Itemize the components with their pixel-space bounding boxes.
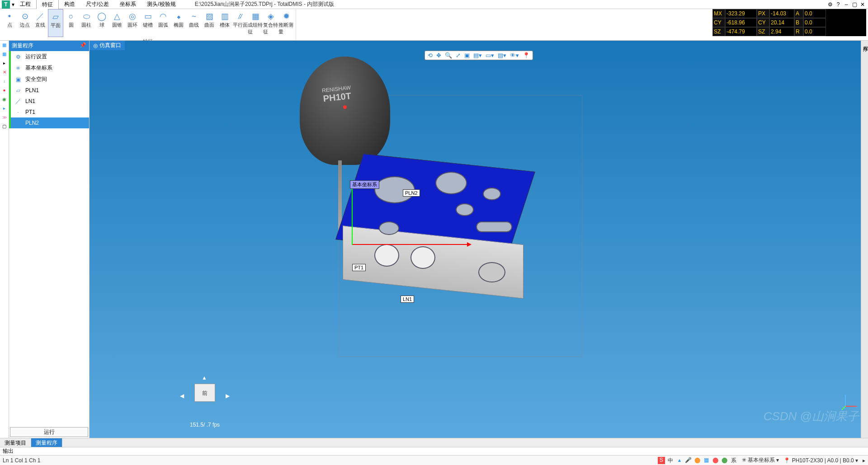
tree-item-安全空间[interactable]: ▣安全空间 <box>9 74 89 85</box>
sb-ime-icon[interactable]: S <box>658 457 665 464</box>
label-pt1[interactable]: PT1 <box>352 264 366 271</box>
ribbon-直线[interactable]: ／直线 <box>33 9 48 37</box>
main-menu: 工程特征构造尺寸/公差坐标系测头/校验规 <box>14 0 181 9</box>
side-btn-8[interactable]: ▸ <box>1 106 8 112</box>
tree-label: 基本坐标系 <box>25 64 52 72</box>
close-icon[interactable]: ✕ <box>859 1 866 8</box>
label-ln1[interactable]: LN1 <box>401 296 414 303</box>
ribbon-椭圆[interactable]: ⬥椭圆 <box>171 9 186 37</box>
side-btn-3[interactable]: ▸ <box>1 61 8 67</box>
hole-4[interactable] <box>483 188 501 200</box>
title-path: E:\2025Jian山涧果子2025.TDPrj - TotalDMIS - … <box>181 0 826 8</box>
statusbar: Ln 1 Col 1 Ch 1 S 中 ▴ 🎤 ⬤ ▦ ⬤ ⬤ 系▾ ✳ 基本坐… <box>0 455 868 465</box>
output-bar[interactable]: 输出 <box>0 447 868 455</box>
ribbon-键槽[interactable]: ▭键槽 <box>140 9 156 37</box>
menu-4[interactable]: 坐标系 <box>114 0 142 9</box>
slot-1[interactable] <box>476 221 512 232</box>
ribbon-推断测量[interactable]: ✹推断测量 <box>278 9 294 37</box>
help-icon[interactable]: ? <box>835 1 842 8</box>
right-sidebar[interactable]: 程序 <box>861 41 868 438</box>
tree-item-运行设置[interactable]: ⚙运行设置 <box>9 51 89 62</box>
maximize-icon[interactable]: ▢ <box>851 1 858 8</box>
side-btn-7[interactable]: ◉ <box>1 97 8 103</box>
nav-cube-face[interactable]: 前 <box>194 384 215 402</box>
hole-5[interactable] <box>379 221 399 235</box>
tree-item-PLN2[interactable]: ▱PLN2 <box>9 117 89 128</box>
ribbon-曲线[interactable]: ~曲线 <box>186 9 202 37</box>
status-end-icon[interactable]: ▸ <box>863 457 865 464</box>
hole-2[interactable] <box>435 172 467 194</box>
sb-icon-2[interactable]: ⬤ <box>694 457 701 464</box>
menu-3[interactable]: 尺寸/公差 <box>80 0 114 9</box>
front-hole-3[interactable] <box>478 262 505 282</box>
ribbon-圆[interactable]: ○圆 <box>63 9 79 37</box>
minimize-icon[interactable]: – <box>843 1 850 8</box>
nav-cube[interactable]: ▲ ◀ ▶ 前 151.5/ .7 fps <box>180 375 230 420</box>
menu-1[interactable]: 特征 <box>36 0 59 9</box>
tree-item-LN1[interactable]: ／LN1 <box>9 96 89 107</box>
viewport-tab[interactable]: ◎ 仿真窗口 <box>90 41 125 50</box>
ribbon-成组特征[interactable]: ▦成组特征 <box>248 9 263 37</box>
side-btn-9[interactable]: ≫ <box>1 115 8 121</box>
ribbon-曲面[interactable]: ▨曲面 <box>202 9 217 37</box>
sb-icon-1[interactable]: ▴ <box>676 457 683 464</box>
ribbon-平面[interactable]: ▱平面 <box>48 9 63 37</box>
sim-icon: ◎ <box>93 42 98 49</box>
ribbon-圆环[interactable]: ◎圆环 <box>125 9 140 37</box>
panel-pin-icon[interactable]: 📌 <box>80 42 86 50</box>
bottom-tab-0[interactable]: 测量项目 <box>0 438 31 447</box>
window-controls: ⚙ ? – ▢ ✕ <box>826 1 868 8</box>
status-pos: Ln 1 Col 1 Ch 1 <box>3 457 653 464</box>
menu-0[interactable]: 工程 <box>14 0 36 9</box>
titlebar: T ▾ 工程特征构造尺寸/公差坐标系测头/校验规 E:\2025Jian山涧果子… <box>0 0 868 9</box>
sb-icon-3[interactable]: ▦ <box>703 457 710 464</box>
menu-2[interactable]: 构造 <box>59 0 80 9</box>
side-btn-1[interactable]: ▦ <box>1 42 8 49</box>
dro-v3: 0.0 <box>803 18 826 27</box>
sb-icon-5[interactable]: ⬤ <box>721 457 728 464</box>
status-probe[interactable]: 📍 PH10T-2X30 | A0.0 | B0.0 ▾ <box>783 457 858 464</box>
ribbon-槽体[interactable]: ▥槽体 <box>217 9 232 37</box>
settings-icon[interactable]: ⚙ <box>826 1 834 8</box>
viewport-3d[interactable]: ◎ 仿真窗口 ⟲ ✥ 🔍 ⤢ ▣ ▤▾ ▭▾ ▧▾ 👁▾ 📍 RENISHAW … <box>90 41 868 438</box>
ribbon-复合特征[interactable]: ◈复合特征 <box>263 9 278 37</box>
sb-ime-label[interactable]: 中 <box>667 457 674 464</box>
svg-line-2 <box>842 406 845 410</box>
tree-item-基本坐标系[interactable]: ✳基本坐标系 <box>9 62 89 74</box>
ribbon-圆弧[interactable]: ◠圆弧 <box>156 9 171 37</box>
ribbon-平行面[interactable]: ⫽平行面 <box>232 9 248 37</box>
side-btn-10[interactable]: ▢ <box>1 124 8 130</box>
right-sidebar-label[interactable]: 程序 <box>861 41 868 44</box>
ribbon-球[interactable]: ◯球 <box>94 9 109 37</box>
tree-item-PLN1[interactable]: ▱PLN1 <box>9 85 89 96</box>
label-pln2[interactable]: PLN2 <box>403 189 420 197</box>
ribbon-圆锥[interactable]: △圆锥 <box>109 9 125 37</box>
tree-icon: ／ <box>14 98 23 105</box>
tree-icon: ▱ <box>14 119 23 127</box>
sb-icon-6[interactable]: 系▾ <box>730 457 737 464</box>
bottom-tab-1[interactable]: 测量程序 <box>31 438 62 447</box>
ribbon-边点[interactable]: ⊙边点 <box>17 9 33 37</box>
dro-l1: SZ <box>712 27 725 36</box>
app-icon[interactable]: T <box>2 0 10 9</box>
panel-header: 测量程序 📌 <box>9 41 89 51</box>
ribbon: •点⊙边点／直线▱平面○圆⬭圆柱◯球△圆锥◎圆环▭键槽◠圆弧⬥椭圆~曲线▨曲面▥… <box>0 9 868 41</box>
status-coord[interactable]: ✳ 基本坐标系 ▾ <box>742 456 779 464</box>
menu-5[interactable]: 测头/校验规 <box>142 0 181 9</box>
sb-icon-4[interactable]: ⬤ <box>712 457 719 464</box>
side-btn-2[interactable]: ▦ <box>1 52 8 58</box>
label-coord-sys[interactable]: 基本坐标系 <box>350 180 379 189</box>
side-btn-4[interactable]: ✕ <box>1 70 8 76</box>
ribbon-点[interactable]: •点 <box>2 9 17 37</box>
ribbon-圆柱[interactable]: ⬭圆柱 <box>79 9 94 37</box>
front-hole-1[interactable] <box>374 244 399 267</box>
front-hole-2[interactable] <box>410 246 435 269</box>
y-axis <box>352 181 353 245</box>
side-btn-6[interactable]: ● <box>1 88 8 94</box>
sb-icon-mic[interactable]: 🎤 <box>685 457 692 464</box>
x-axis <box>353 244 470 245</box>
hole-3[interactable] <box>456 203 474 216</box>
side-btn-5[interactable]: ↓ <box>1 79 8 85</box>
run-button[interactable]: 运行 <box>10 427 88 437</box>
tree-item-PT1[interactable]: ·PT1 <box>9 107 89 117</box>
